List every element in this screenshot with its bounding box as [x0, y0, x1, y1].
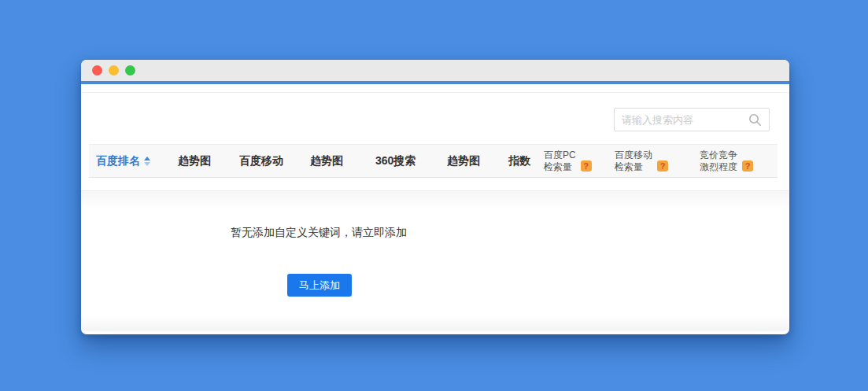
empty-state-message: 暂无添加自定义关键词，请立即添加 — [231, 226, 407, 240]
close-button[interactable] — [92, 65, 102, 76]
column-header-baidu-mobile: 百度移动 — [239, 154, 283, 168]
column-header-baidu-pc-volume: 百度PC 检索量 ? — [544, 149, 592, 173]
add-now-button[interactable]: 马上添加 — [287, 274, 352, 297]
search-icon[interactable] — [748, 113, 762, 127]
table-header-row: 百度排名 趋势图 百度移动 趋势图 360搜索 趋势图 指数 百度PC 检索量 … — [89, 144, 778, 178]
maximize-button[interactable] — [125, 65, 135, 76]
help-icon[interactable]: ? — [742, 160, 753, 172]
column-header-trend-1: 趋势图 — [178, 154, 211, 168]
column-header-360-search: 360搜索 — [375, 154, 416, 168]
sort-desc-icon — [144, 162, 150, 166]
help-icon[interactable]: ? — [657, 160, 668, 172]
sort-icon[interactable] — [144, 157, 150, 166]
column-label: 百度移动 检索量 — [615, 149, 652, 173]
column-label: 竞价竞争 激烈程度 — [700, 149, 737, 173]
column-header-trend-2: 趋势图 — [310, 154, 343, 168]
column-header-baidu-mobile-volume: 百度移动 检索量 ? — [615, 149, 668, 173]
help-icon[interactable]: ? — [581, 160, 592, 172]
top-divider — [81, 92, 789, 93]
bottom-strip — [81, 315, 789, 331]
column-header-index: 指数 — [508, 154, 530, 168]
minimize-button[interactable] — [109, 65, 119, 76]
column-header-baidu-rank[interactable]: 百度排名 — [96, 154, 150, 168]
column-label: 百度排名 — [96, 154, 140, 168]
header-shadow-strip — [81, 190, 789, 209]
column-label: 百度PC 检索量 — [544, 149, 576, 173]
window-titlebar — [81, 60, 789, 84]
column-header-bid-competition: 竞价竞争 激烈程度 ? — [700, 149, 753, 173]
search-input[interactable] — [622, 114, 748, 126]
search-box — [614, 108, 770, 131]
browser-window: 百度排名 趋势图 百度移动 趋势图 360搜索 趋势图 指数 百度PC 检索量 … — [81, 60, 789, 334]
sort-asc-icon — [144, 157, 150, 160]
column-header-trend-3: 趋势图 — [447, 154, 480, 168]
page-content: 百度排名 趋势图 百度移动 趋势图 360搜索 趋势图 指数 百度PC 检索量 … — [81, 84, 789, 331]
